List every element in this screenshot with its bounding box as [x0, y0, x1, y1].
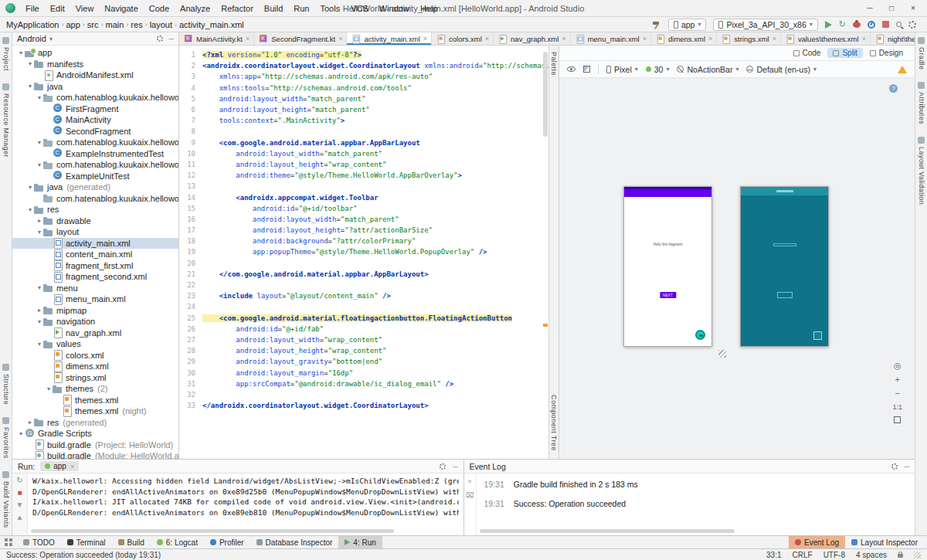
breadcrumb-item-main[interactable]: main — [106, 20, 124, 29]
code-area[interactable]: 1<?xml version="1.0" encoding="utf-8"?>2… — [179, 46, 548, 459]
tab-dimens-xml[interactable]: dimens.xml× — [651, 32, 717, 45]
toolwindow-button-event-log[interactable]: Event Log — [789, 536, 845, 548]
tool-stripe-favorites[interactable]: Favorites — [2, 417, 10, 459]
tree-item-fragment-first-xml[interactable]: fragment_first.xml — [12, 260, 178, 272]
menu-analyze[interactable]: Analyze — [175, 2, 216, 15]
stop-button[interactable] — [882, 21, 889, 28]
tab-nav-graph-xml[interactable]: nav_graph.xml× — [494, 32, 571, 45]
tree-item-exampleunittest[interactable]: ExampleUnitTest — [12, 171, 178, 182]
component-tree-tab[interactable]: Component Tree — [550, 395, 558, 453]
tree-item-res[interactable]: ▾res — [12, 204, 178, 216]
caret-position[interactable]: 33:1 — [766, 551, 781, 559]
tree-item-manifests[interactable]: ▾manifests — [12, 59, 178, 70]
locale-select[interactable]: Default (en-us) ▾ — [746, 65, 816, 74]
menu-refactor[interactable]: Refactor — [216, 2, 259, 15]
tree-item-navigation[interactable]: ▾navigation — [12, 316, 178, 328]
menu-view[interactable]: View — [70, 2, 100, 15]
run-console[interactable]: W/kaix.helloworl: Accessing hidden field… — [28, 473, 464, 535]
event-log-entries[interactable]: 19:31Gradle build finished in 2 s 183 ms… — [477, 473, 915, 535]
menu-file[interactable]: File — [20, 2, 45, 15]
close-tab-icon[interactable]: × — [70, 463, 74, 470]
pan-icon[interactable]: ◎ — [894, 361, 902, 370]
api-level-select[interactable]: 30 ▾ — [646, 65, 670, 74]
design-canvas[interactable]: Hello first fragment NEXT — [559, 78, 915, 459]
tool-stripe-layout-validation[interactable]: Layout Validation — [918, 137, 925, 205]
tab-colors-xml[interactable]: colors.xml× — [432, 32, 494, 45]
gear-icon[interactable] — [891, 463, 898, 470]
theme-select[interactable]: NoActionBar ▾ — [677, 65, 739, 74]
tree-item-drawable[interactable]: ▸drawable — [12, 216, 178, 227]
zoom-to-fit-button[interactable] — [894, 416, 901, 423]
indent-setting[interactable]: 4 spaces — [856, 551, 887, 559]
tree-item-com-hatenablog-kuukaix-helloworld[interactable]: ▾com.hatenablog.kuukaix.helloworld(test) — [12, 159, 178, 171]
design-preview[interactable]: Hello first fragment NEXT — [623, 186, 712, 347]
close-tab-icon[interactable]: × — [485, 35, 489, 42]
preview-greeting-text[interactable]: Hello first fragment — [624, 243, 711, 246]
view-options-eye-icon[interactable] — [567, 66, 576, 72]
rerun-icon[interactable]: ↻ — [16, 477, 22, 484]
tool-stripe-resource-manager[interactable]: Resource Manager — [2, 83, 10, 158]
gear-icon[interactable] — [157, 36, 163, 42]
tree-item-androidmanifest-xml[interactable]: AndroidManifest.xml — [12, 70, 178, 81]
tool-stripe-attributes[interactable]: Attributes — [918, 82, 925, 124]
tree-item-java[interactable]: ▾java(generated) — [12, 182, 178, 193]
tree-item-com-hatenablog-kuukaix-helloworld[interactable]: ▾com.hatenablog.kuukaix.helloworld(andro… — [12, 137, 178, 148]
readonly-lock-icon[interactable] — [898, 554, 903, 558]
tree-item-com-hatenablog-kuukaix-helloworld[interactable]: ▾com.hatenablog.kuukaix.helloworld — [12, 92, 178, 104]
settings-gear-icon[interactable] — [908, 21, 916, 29]
menu-run[interactable]: Run — [288, 2, 314, 15]
tree-item-fragment-second-xml[interactable]: fragment_second.xml — [12, 271, 178, 283]
tree-item-exampleinstrumentedtest[interactable]: ExampleInstrumentedTest — [12, 148, 178, 160]
editor-scrollbar[interactable] — [542, 49, 548, 446]
warning-icon[interactable] — [898, 66, 907, 73]
design-surface-icon[interactable] — [583, 66, 590, 73]
tree-item-menu[interactable]: ▾menu — [12, 283, 178, 294]
menu-tools[interactable]: Tools — [314, 2, 345, 15]
tree-item-content-main-xml[interactable]: content_main.xml — [12, 249, 178, 260]
hide-panel-icon[interactable]: ─ — [905, 463, 909, 470]
mode-split-button[interactable]: Split — [827, 48, 862, 58]
breadcrumb-item-layout[interactable]: layout — [150, 20, 172, 29]
close-tab-icon[interactable]: × — [643, 35, 647, 42]
zoom-in-button[interactable]: + — [895, 375, 900, 384]
close-tab-icon[interactable]: × — [862, 35, 866, 42]
gear-icon[interactable] — [440, 463, 446, 470]
blueprint-preview[interactable] — [740, 186, 829, 347]
tree-item-build-gradle[interactable]: build.gradle(Module: HelloWorld.app) — [12, 450, 178, 459]
toolwindow-button-layout-inspector[interactable]: Layout Inspector — [845, 536, 924, 548]
mode-design-button[interactable]: Design — [864, 48, 908, 58]
tool-stripe-project[interactable]: Project — [2, 37, 10, 71]
help-icon[interactable]: ? — [889, 84, 898, 93]
preview-fab-button[interactable] — [695, 330, 705, 340]
breadcrumb-item-res[interactable]: res — [131, 20, 142, 29]
toolwindow-button-6-logcat[interactable]: 6: Logcat — [151, 536, 204, 548]
tree-item-themes[interactable]: ▾themes(2) — [12, 383, 178, 395]
close-tab-icon[interactable]: × — [562, 35, 565, 42]
tab-secondfragment-kt[interactable]: SecondFragment.kt× — [254, 32, 347, 45]
tab-values-themes-xml[interactable]: values\themes.xml× — [781, 32, 871, 45]
preview-next-button[interactable]: NEXT — [660, 292, 676, 298]
run-configuration-select[interactable]: app ▾ — [668, 19, 707, 31]
scroll-down-icon[interactable]: ▼ — [16, 501, 24, 509]
toolwindow-button-build[interactable]: Build — [112, 536, 151, 548]
tree-item-layout[interactable]: ▾layout — [12, 226, 178, 238]
tree-item-activity-main-xml[interactable]: activity_main.xml — [12, 238, 178, 249]
line-separator[interactable]: CRLF — [793, 551, 813, 559]
tool-stripe-gradle[interactable]: Gradle — [918, 37, 925, 70]
menu-edit[interactable]: Edit — [45, 2, 70, 15]
tab-menu-main-xml[interactable]: menu_main.xml× — [571, 32, 651, 45]
tree-item-values[interactable]: ▾values — [12, 338, 178, 350]
file-encoding[interactable]: UTF-8 — [823, 551, 845, 559]
hide-panel-icon[interactable]: ─ — [453, 463, 457, 470]
toolwindow-button-profiler[interactable]: Profiler — [204, 536, 250, 548]
menu-vcs[interactable]: VCS — [345, 2, 374, 15]
collapse-all-icon[interactable]: ─ — [169, 35, 174, 42]
tab-mainactivity-kt[interactable]: MainActivity.kt× — [179, 32, 254, 45]
menu-navigate[interactable]: Navigate — [99, 2, 143, 15]
mode-code-button[interactable]: Code — [788, 48, 827, 58]
tree-item-res[interactable]: ▸res(generated) — [12, 417, 178, 429]
tool-stripe-structure[interactable]: Structure — [2, 364, 10, 405]
run-tab-app[interactable]: app × — [40, 461, 79, 471]
close-tab-icon[interactable]: × — [423, 35, 427, 42]
tool-stripe-build-variants[interactable]: Build Variants — [2, 471, 10, 528]
